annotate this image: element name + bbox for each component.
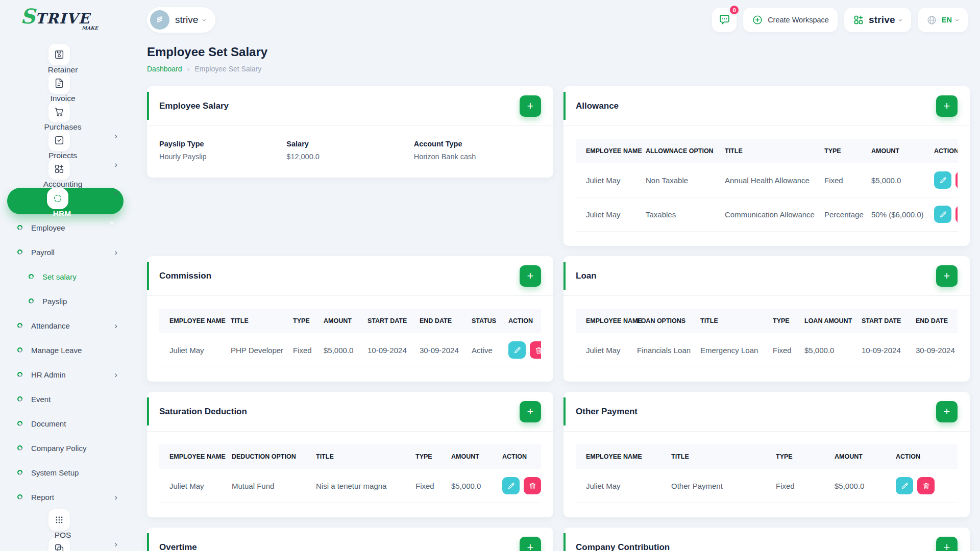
column-header: TYPE — [770, 444, 828, 469]
sidebar-item-report[interactable]: Report› — [0, 485, 129, 509]
bullet-icon — [17, 445, 22, 450]
sidebar-item-payroll[interactable]: Payroll› — [0, 240, 129, 264]
sidebar-item-hr-admin[interactable]: HR Admin› — [0, 362, 129, 387]
employee-salary-card: Employee Salary + Payslip Type Hourly Pa… — [147, 86, 553, 178]
breadcrumb: Dashboard › Employee Set Salary — [147, 64, 970, 73]
brand-logo[interactable]: STRIVE MAKE — [0, 7, 129, 41]
add-other-payment-button[interactable]: + — [936, 401, 958, 422]
delete-button[interactable] — [917, 477, 935, 494]
table-cell: $5,000.0 — [445, 469, 496, 503]
messages-button[interactable]: 0 — [712, 8, 737, 32]
delete-button[interactable] — [524, 477, 541, 494]
workspace-switcher-label: strive — [869, 14, 895, 26]
sidebar-item-label: Attendance — [31, 321, 70, 330]
workspace-chip-label: strive — [175, 14, 198, 26]
action-cell — [502, 333, 541, 367]
chevron-down-icon: › — [953, 19, 962, 21]
cards-grid: Employee Salary + Payslip Type Hourly Pa… — [147, 86, 970, 551]
workspace-switcher-button[interactable]: strive › — [844, 8, 911, 32]
brand-logo-text: STRIVE — [20, 7, 129, 27]
delete-button[interactable] — [530, 341, 541, 359]
sidebar-item-label: Company Policy — [31, 444, 86, 453]
sidebar-item-crm[interactable]: CRM› — [0, 538, 129, 551]
table-cell: 30-09-2024 — [413, 333, 465, 367]
language-selector[interactable]: EN › — [918, 8, 968, 32]
globe-icon — [926, 15, 937, 26]
edit-button[interactable] — [508, 341, 526, 359]
company-contribution-card: Company Contribution + — [564, 528, 970, 551]
card-header: Saturation Deduction + — [147, 392, 553, 432]
table-cell: Non Taxable — [640, 163, 719, 197]
sidebar-item-payslip[interactable]: Payslip — [0, 289, 129, 313]
workspace-chip[interactable]: strive › — [147, 7, 215, 33]
card-header: Loan + — [564, 256, 970, 296]
table-cell: Fixed — [767, 333, 798, 367]
column-header: TYPE — [287, 309, 317, 333]
column-header: ACTION — [496, 444, 541, 469]
chat-icon — [718, 14, 731, 27]
chevron-right-icon: › — [114, 189, 117, 197]
sidebar-item-hrm[interactable]: HRM› — [7, 188, 124, 214]
sidebar-item-set-salary[interactable]: Set salary — [0, 264, 129, 289]
add-commission-button[interactable]: + — [520, 265, 541, 287]
add-employee-salary-button[interactable]: + — [520, 95, 541, 117]
table-cell: PHP Developer — [225, 333, 287, 367]
action-cell — [496, 469, 541, 503]
bullet-icon — [17, 225, 22, 230]
saturation-deduction-card: Saturation Deduction + EMPLOYEE NAMEDEDU… — [147, 392, 553, 517]
chevron-down-icon: › — [897, 19, 905, 21]
employee-salary-fields: Payslip Type Hourly Payslip Salary $12,0… — [147, 126, 553, 178]
sidebar-item-purchases[interactable]: Purchases› — [0, 101, 129, 130]
table-cell: Active — [465, 333, 502, 367]
grid-dots-icon — [48, 509, 70, 531]
sidebar-item-company-policy[interactable]: Company Policy — [0, 436, 129, 460]
edit-button[interactable] — [934, 206, 951, 223]
edit-button[interactable] — [502, 477, 520, 494]
column-header: START DATE — [361, 309, 413, 333]
edit-button[interactable] — [896, 477, 913, 494]
table-cell: Mutual Fund — [226, 469, 310, 503]
create-workspace-button[interactable]: Create Workspace — [743, 8, 838, 32]
column-header: LOAN OPTIONS — [631, 309, 694, 333]
message-count-badge: 0 — [728, 4, 740, 16]
sidebar-item-invoice[interactable]: Invoice — [0, 72, 129, 101]
sidebar-item-event[interactable]: Event — [0, 387, 129, 411]
add-company-contribution-button[interactable]: + — [936, 537, 958, 551]
add-allowance-button[interactable]: + — [936, 95, 958, 117]
chevron-right-icon: › — [114, 321, 117, 330]
column-header: LOAN AMOUNT — [798, 309, 855, 333]
sidebar-item-employee[interactable]: Employee — [0, 215, 129, 240]
card-title: Allowance — [576, 101, 619, 111]
breadcrumb-dashboard-link[interactable]: Dashboard — [147, 65, 182, 73]
sidebar-item-pos[interactable]: POS› — [0, 509, 129, 538]
sidebar-item-system-setup[interactable]: System Setup — [0, 460, 129, 485]
sidebar-item-manage-leave[interactable]: Manage Leave — [0, 338, 129, 362]
add-overtime-button[interactable]: + — [520, 537, 541, 551]
delete-button[interactable] — [955, 171, 958, 189]
workspace-avatar — [150, 10, 169, 30]
column-header: AMOUNT — [317, 309, 361, 333]
bullet-icon — [17, 372, 22, 377]
hub-icon — [47, 188, 68, 209]
add-saturation-deduction-button[interactable]: + — [520, 401, 541, 422]
commission-card: Commission + EMPLOYEE NAMETITLETYPEAMOUN… — [147, 256, 553, 382]
sidebar-item-label: HRM — [53, 209, 71, 218]
allowance-card: Allowance + EMPLOYEE NAMEALLOWNACE OPTIO… — [564, 86, 970, 246]
table-cell: Nisi a tenetur magna — [310, 469, 409, 503]
bullet-icon — [17, 323, 22, 328]
language-label: EN — [942, 16, 952, 24]
delete-button[interactable] — [955, 206, 958, 223]
card-header: Overtime + — [147, 528, 553, 551]
edit-button[interactable] — [934, 171, 951, 189]
bullet-icon — [17, 494, 22, 499]
table-row: Juliet MayMutual FundNisi a tenetur magn… — [159, 469, 541, 503]
sidebar-item-accounting[interactable]: Accounting› — [0, 158, 129, 187]
table-cell: Juliet May — [159, 469, 226, 503]
sidebar-item-document[interactable]: Document — [0, 411, 129, 436]
card-title: Commission — [159, 271, 211, 281]
sidebar-item-projects[interactable]: Projects› — [0, 130, 129, 158]
add-loan-button[interactable]: + — [936, 265, 958, 287]
action-cell — [928, 197, 958, 232]
sidebar-item-attendance[interactable]: Attendance› — [0, 313, 129, 338]
sidebar-item-retainer[interactable]: Retainer — [0, 44, 129, 72]
